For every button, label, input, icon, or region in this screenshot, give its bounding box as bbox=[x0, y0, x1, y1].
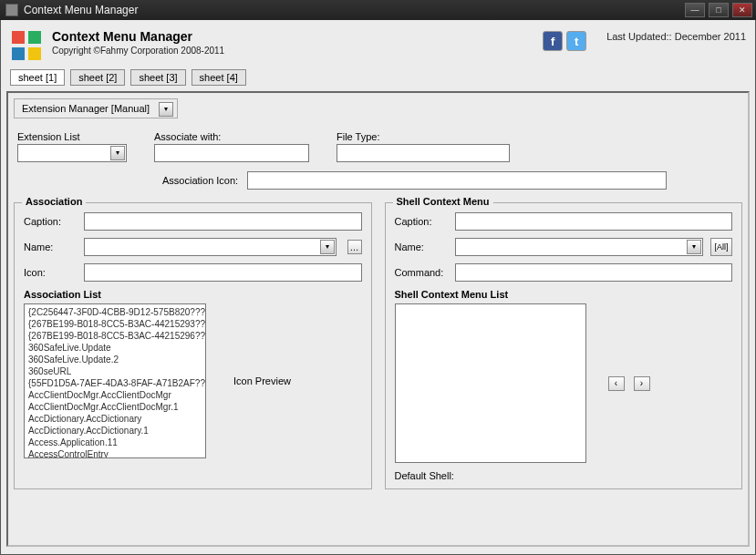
window-title: Context Menu Manager bbox=[24, 4, 685, 16]
file-type-input[interactable] bbox=[337, 144, 510, 162]
icon-preview-label: Icon Preview bbox=[233, 375, 291, 386]
svg-rect-3 bbox=[28, 47, 41, 60]
shell-name-label: Name: bbox=[395, 242, 448, 252]
assoc-caption-input[interactable] bbox=[84, 212, 362, 231]
close-button[interactable]: ✕ bbox=[732, 3, 752, 17]
association-group: Association Caption: Name: ▾ … Icon: bbox=[14, 202, 372, 489]
list-item[interactable]: AccClientDocMgr.AccClientDocMgr bbox=[26, 389, 203, 401]
sheet-tab-3[interactable]: sheet [3] bbox=[130, 69, 185, 86]
list-item[interactable]: 360seURL bbox=[26, 365, 203, 377]
assoc-icon-input[interactable] bbox=[84, 263, 362, 282]
shell-name-combo[interactable]: ▾ bbox=[455, 238, 704, 256]
association-icon-input[interactable] bbox=[247, 171, 667, 190]
shell-context-menu-listbox[interactable] bbox=[395, 303, 586, 463]
sheet-tab-2[interactable]: sheet [2] bbox=[70, 69, 125, 86]
shell-list-button-2[interactable]: › bbox=[634, 376, 650, 391]
list-item[interactable]: 360SafeLive.Update bbox=[26, 342, 203, 354]
assoc-icon-label: Icon: bbox=[24, 267, 77, 278]
list-item[interactable]: {267BE199-B018-8CC5-B3AC-44215296??} bbox=[26, 330, 203, 342]
shell-command-label: Command: bbox=[395, 267, 448, 278]
default-shell-label: Default Shell: bbox=[395, 470, 454, 481]
list-item[interactable]: Access.Application.11 bbox=[26, 437, 203, 448]
facebook-icon[interactable]: f bbox=[543, 31, 563, 51]
sheet-tab-1[interactable]: sheet [1] bbox=[10, 69, 65, 86]
shell-legend: Shell Context Menu bbox=[393, 196, 493, 207]
shell-list-legend: Shell Context Menu List bbox=[395, 289, 733, 300]
extension-manager-dropdown[interactable]: Extension Manager [Manual] ▾ bbox=[14, 98, 178, 118]
extension-manager-label: Extension Manager [Manual] bbox=[22, 103, 150, 114]
list-item[interactable]: {55FD1D5A-7AEF-4DA3-8FAF-A71B2AF??} bbox=[26, 377, 203, 389]
assoc-name-browse-button[interactable]: … bbox=[347, 240, 362, 254]
association-list-legend: Association List bbox=[24, 289, 362, 300]
sheet-tabs: sheet [1] sheet [2] sheet [3] sheet [4] bbox=[6, 69, 750, 91]
app-icon bbox=[5, 4, 18, 16]
chevron-down-icon[interactable]: ▾ bbox=[320, 240, 335, 254]
shell-context-menu-group: Shell Context Menu Caption: Name: ▾ [All… bbox=[385, 202, 743, 489]
shell-caption-label: Caption: bbox=[395, 216, 448, 227]
assoc-name-label: Name: bbox=[24, 242, 77, 252]
svg-rect-1 bbox=[28, 31, 41, 44]
titlebar: Context Menu Manager — □ ✕ bbox=[0, 0, 756, 20]
chevron-down-icon[interactable]: ▾ bbox=[687, 240, 701, 254]
twitter-icon[interactable]: t bbox=[566, 31, 586, 51]
app-copyright: Copyright ©Fahmy Corporation 2008-2011 bbox=[52, 46, 533, 56]
sheet-tab-4[interactable]: sheet [4] bbox=[192, 69, 246, 86]
association-listbox[interactable]: {2C256447-3F0D-4CBB-9D12-575B820???}{267… bbox=[24, 303, 206, 458]
app-title: Context Menu Manager bbox=[52, 29, 533, 44]
maximize-button[interactable]: □ bbox=[709, 3, 729, 17]
list-item[interactable]: AccessControlEntry bbox=[26, 448, 203, 458]
chevron-down-icon[interactable]: ▾ bbox=[110, 146, 125, 160]
file-type-label: File Type: bbox=[337, 131, 510, 142]
shell-caption-input[interactable] bbox=[455, 212, 733, 231]
extension-list-label: Extension List bbox=[17, 131, 127, 142]
list-item[interactable]: {2C256447-3F0D-4CBB-9D12-575B820???} bbox=[26, 306, 203, 318]
chevron-down-icon[interactable]: ▾ bbox=[159, 102, 173, 117]
windows-logo-icon bbox=[10, 29, 43, 62]
last-updated: Last Updated:: December 2011 bbox=[606, 31, 746, 42]
all-button[interactable]: [All] bbox=[710, 238, 732, 256]
extension-list-combo[interactable]: ▾ bbox=[17, 144, 127, 162]
assoc-caption-label: Caption: bbox=[24, 216, 77, 227]
minimize-button[interactable]: — bbox=[685, 3, 705, 17]
associate-with-label: Associate with: bbox=[154, 131, 309, 142]
associate-with-input[interactable] bbox=[154, 144, 309, 162]
list-item[interactable]: {267BE199-B018-8CC5-B3AC-44215293??} bbox=[26, 318, 203, 330]
association-icon-label: Association Icon: bbox=[162, 175, 238, 186]
list-item[interactable]: 360SafeLive.Update.2 bbox=[26, 354, 203, 365]
shell-list-button-1[interactable]: ‹ bbox=[608, 376, 625, 391]
list-item[interactable]: AccDictionary.AccDictionary.1 bbox=[26, 425, 203, 437]
assoc-name-combo[interactable]: ▾ bbox=[84, 238, 337, 256]
svg-rect-2 bbox=[12, 47, 25, 60]
list-item[interactable]: AccClientDocMgr.AccClientDocMgr.1 bbox=[26, 401, 203, 413]
list-item[interactable]: AccDictionary.AccDictionary bbox=[26, 413, 203, 425]
association-legend: Association bbox=[22, 196, 86, 207]
svg-rect-0 bbox=[12, 31, 25, 44]
shell-command-input[interactable] bbox=[455, 263, 733, 282]
